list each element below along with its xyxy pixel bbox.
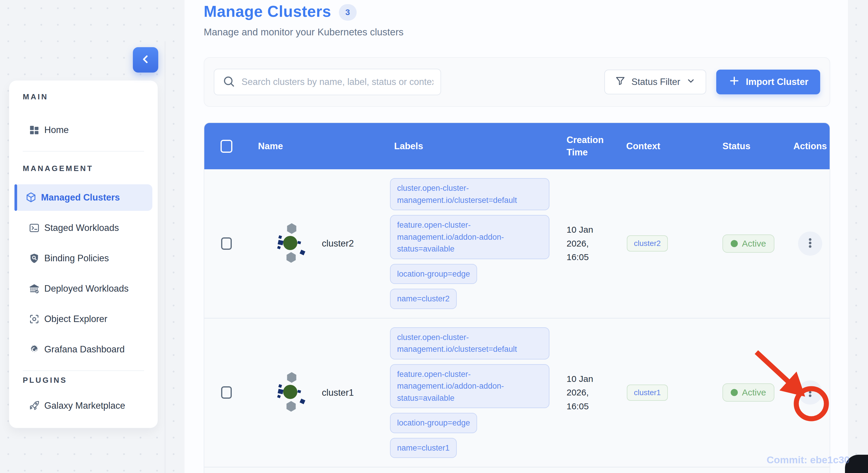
column-header-creation-time: Creation Time [566,134,614,159]
scan-icon [28,313,40,325]
search-input[interactable] [214,69,441,95]
sidebar-item-label: Staged Workloads [44,223,119,233]
sidebar-section-divider [23,151,144,151]
table-body: cluster2cluster.open-cluster-management.… [204,169,830,473]
cluster-label-badge: cluster.open-cluster-management.io/clust… [390,327,550,360]
row-checkbox[interactable] [221,237,232,250]
status-badge: Active [722,383,774,402]
import-cluster-button[interactable]: Import Cluster [716,70,820,94]
sidebar-item-deployed-workloads[interactable]: Deployed Workloads [14,275,152,302]
sidebar-item-label: Home [44,125,69,135]
kebab-icon [804,236,817,250]
column-header-labels: Labels [390,141,566,151]
column-header-actions: Actions [789,141,830,151]
creation-time: 10 Jan 2026, 16:05 [566,372,602,413]
column-header-context: Context [625,141,722,151]
cluster-logo-icon [268,221,315,266]
cluster-name-cell: cluster1 [249,370,390,415]
sidebar-item-managed-clusters[interactable]: Managed Clusters [14,184,152,211]
sidebar-item-label: Binding Policies [44,253,109,264]
sidebar-collapse-button[interactable] [133,47,158,72]
grafana-gear-icon [28,343,40,356]
toolbar: Status Filter Import Cluster [204,57,830,107]
chevron-left-icon [140,53,152,67]
search-icon [222,75,236,89]
cluster-count-badge: 3 [339,4,356,21]
cluster-labels-cell: cluster.open-cluster-management.io/clust… [390,467,555,473]
sidebar-item-label: Galaxy Marketplace [44,401,125,411]
sidebar-item-label: Deployed Workloads [44,283,128,294]
row-checkbox[interactable] [221,386,232,399]
sidebar-item-binding-policies[interactable]: Binding Policies [14,245,152,272]
cluster-label-badge: feature.open-cluster-management.io/addon… [390,364,550,408]
kebab-icon [804,386,817,400]
rocket-icon [28,400,40,412]
sidebar-divider-line [165,41,165,473]
terminal-icon [28,222,40,234]
cluster-labels-cell: cluster.open-cluster-management.io/clust… [390,318,555,467]
main-content: Manage Clusters 3 Manage and monitor you… [185,0,848,473]
plus-icon [728,75,740,89]
cube-icon [25,192,37,203]
cluster-label-badge: feature.open-cluster-management.io/addon… [390,215,550,259]
status-dot-icon [731,240,738,247]
cluster-name: cluster2 [322,237,354,250]
column-header-status: Status [722,141,789,151]
cluster-label-badge: cluster.open-cluster-management.io/clust… [390,178,550,210]
context-badge: cluster1 [627,384,668,401]
sidebar-item-galaxy-marketplace[interactable]: Galaxy Marketplace [14,393,152,419]
page-title: Manage Clusters [204,2,331,20]
funnel-icon [615,75,626,89]
row-actions-menu-button[interactable] [798,380,822,405]
status-label: Active [742,387,766,398]
sidebar-item-label: Object Explorer [44,314,107,325]
sidebar: MAINHomeMANAGEMENTManaged ClustersStaged… [9,80,158,428]
cluster-name: cluster1 [322,386,354,399]
status-badge: Active [722,234,774,253]
column-header-name: Name [249,141,390,151]
home-grid-icon [28,124,40,136]
sidebar-section-title: MAIN [23,92,158,101]
sidebar-item-label: Grafana Dashboard [44,344,125,355]
sidebar-section-title: MANAGEMENT [23,164,158,173]
context-badge: cluster2 [627,235,668,251]
cluster-label-badge: name=cluster1 [390,438,457,458]
cluster-label-badge: location-group=edge [390,264,477,284]
import-cluster-label: Import Cluster [746,77,808,87]
bank-check-icon [28,283,40,295]
row-actions-menu-button[interactable] [798,232,822,256]
table-row: cluster1cluster.open-cluster-management.… [204,318,830,467]
select-all-checkbox[interactable] [221,140,232,153]
table-row: cluster2cluster.open-cluster-management.… [204,169,830,318]
sidebar-item-label: Managed Clusters [41,192,120,203]
cluster-name-cell: cluster2 [249,221,390,266]
status-label: Active [742,239,766,248]
cluster-label-badge: location-group=edge [390,413,477,433]
status-filter-label: Status Filter [631,77,680,87]
clusters-table: Name Labels Creation Time Context Status… [204,123,830,473]
creation-time: 10 Jan 2026, 16:05 [566,223,602,264]
commit-watermark: Commit: ebe1c30 [767,454,850,466]
right-gutter [848,0,868,473]
cluster-label-badge: name=cluster2 [390,289,457,309]
cluster-manager-app: MAINHomeMANAGEMENTManaged ClustersStaged… [0,0,868,473]
table-row: k3d-example-clustercluster.open-cluster-… [204,467,830,473]
sidebar-section-title: PLUGINS [23,376,158,385]
page-subtitle: Manage and monitor your Kubernetes clust… [204,27,830,38]
sidebar-section-divider [23,370,144,371]
shield-search-icon [28,252,40,264]
status-dot-icon [731,389,738,396]
sidebar-item-staged-workloads[interactable]: Staged Workloads [14,215,152,241]
cluster-labels-cell: cluster.open-cluster-management.io/clust… [390,169,555,318]
status-filter-button[interactable]: Status Filter [604,70,706,94]
sidebar-item-object-explorer[interactable]: Object Explorer [14,306,152,332]
chevron-down-icon [686,76,695,88]
cluster-logo-icon [268,370,315,415]
sidebar-item-home[interactable]: Home [14,117,152,143]
table-header-row: Name Labels Creation Time Context Status… [204,123,830,169]
sidebar-item-grafana-dashboard[interactable]: Grafana Dashboard [14,336,152,363]
